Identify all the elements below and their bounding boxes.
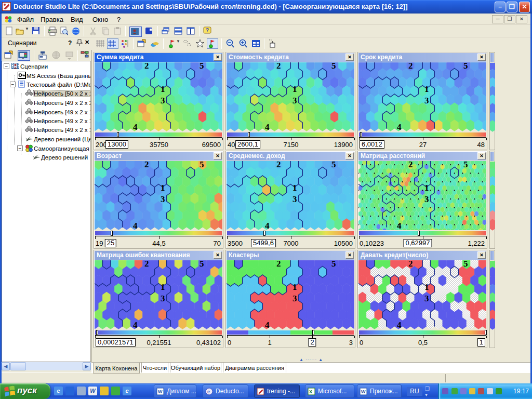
svg-text:3: 3 <box>161 194 165 204</box>
svg-text:3: 3 <box>424 294 429 303</box>
svg-text:4: 4 <box>397 122 402 131</box>
svg-text:3: 3 <box>292 294 297 303</box>
svg-text:1: 1 <box>161 183 165 193</box>
svg-text:1: 1 <box>161 84 165 94</box>
svg-text:5: 5 <box>463 161 468 169</box>
svg-text:2: 2 <box>408 62 413 71</box>
svg-text:W: W <box>158 389 163 394</box>
svg-text:W: W <box>361 389 366 394</box>
svg-text:1: 1 <box>292 84 297 94</box>
svg-text:2: 2 <box>408 161 413 169</box>
svg-text:5: 5 <box>200 161 204 169</box>
svg-text:1: 1 <box>424 282 429 292</box>
svg-text:3: 3 <box>292 194 297 204</box>
svg-text:4: 4 <box>133 320 138 329</box>
svg-text:1: 1 <box>292 282 297 292</box>
svg-text:4: 4 <box>133 221 138 230</box>
svg-text:?: ? <box>206 28 209 33</box>
svg-text:4: 4 <box>265 122 270 131</box>
svg-text:2: 2 <box>144 161 149 169</box>
svg-text:3: 3 <box>292 96 297 105</box>
svg-text:X: X <box>309 389 312 394</box>
svg-text:4: 4 <box>133 122 138 131</box>
svg-text:1: 1 <box>292 183 297 193</box>
svg-text:3: 3 <box>161 96 165 105</box>
svg-text:5: 5 <box>463 62 468 71</box>
svg-text:3: 3 <box>161 294 165 303</box>
svg-text:2: 2 <box>408 260 413 269</box>
svg-text:2: 2 <box>144 260 149 269</box>
svg-text:3: 3 <box>424 96 429 105</box>
svg-text:4: 4 <box>397 221 402 230</box>
svg-text:4: 4 <box>265 221 270 230</box>
svg-text:1: 1 <box>424 84 429 94</box>
svg-text:2: 2 <box>276 62 281 71</box>
svg-text:2: 2 <box>276 161 281 169</box>
svg-text:1: 1 <box>161 282 165 292</box>
svg-text:2: 2 <box>144 62 149 71</box>
svg-text:1: 1 <box>424 183 429 193</box>
svg-text:3: 3 <box>424 194 429 204</box>
svg-text:4: 4 <box>265 320 270 329</box>
svg-text:5: 5 <box>200 260 204 269</box>
svg-text:2: 2 <box>276 260 281 269</box>
svg-text:5: 5 <box>331 161 336 169</box>
svg-text:5: 5 <box>200 62 204 71</box>
svg-text:4: 4 <box>397 320 402 329</box>
svg-text:5: 5 <box>463 260 468 269</box>
svg-text:5: 5 <box>331 62 336 71</box>
svg-text:e: e <box>207 389 210 394</box>
svg-text:5: 5 <box>331 260 336 269</box>
